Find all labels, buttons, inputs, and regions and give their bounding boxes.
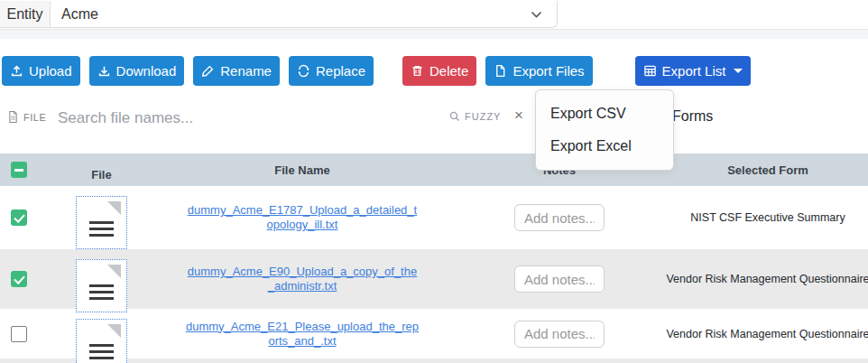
next-row-edge [0, 358, 868, 363]
entity-select-group: Entity Acme [0, 1, 558, 28]
notes-input[interactable] [514, 321, 605, 348]
export-files-button[interactable]: Export Files [485, 56, 592, 86]
fuzzy-label: FUZZY [465, 111, 501, 122]
export-list-label: Export List [662, 63, 726, 79]
replace-label: Replace [316, 63, 365, 79]
menu-item-export-excel[interactable]: Export Excel [536, 130, 673, 163]
header-file: File [91, 168, 111, 182]
chevron-down-icon [531, 11, 542, 19]
topbar-divider [0, 29, 868, 39]
replace-button[interactable]: Replace [289, 56, 374, 86]
search-input[interactable] [56, 101, 439, 135]
row-checkbox[interactable] [11, 209, 27, 226]
export-list-menu: Export CSV Export Excel [535, 89, 674, 171]
row-checkbox[interactable] [11, 271, 27, 287]
top-bar: Entity Acme Files Rep [0, 0, 868, 29]
file-thumbnail-icon[interactable] [76, 259, 127, 312]
search-icon [448, 110, 461, 123]
upload-icon [10, 64, 23, 78]
file-search-bar: FILE FUZZY × Forms [0, 101, 868, 134]
notes-input[interactable] [514, 265, 605, 293]
selected-form-value: Vendor Risk Management Questionnaire [666, 328, 868, 340]
delete-label: Delete [429, 63, 468, 79]
table-row: dummy_Acme_E1787_Upload_a_detailed_topol… [0, 186, 868, 249]
file-name-link[interactable]: dummy_Acme_E90_Upload_a_copy_of_the_admi… [185, 265, 420, 293]
table-icon [643, 64, 657, 78]
file-manager-page: Entity Acme Files Rep Upload Download Re… [0, 0, 868, 363]
pencil-icon [201, 64, 215, 78]
row-checkbox[interactable] [11, 326, 27, 342]
select-all-checkbox[interactable] [11, 162, 27, 178]
folded-corner [107, 265, 121, 278]
export-list-button[interactable]: Export List [635, 56, 752, 86]
delete-button[interactable]: Delete [402, 56, 476, 86]
file-thumbnail-icon[interactable] [76, 319, 127, 363]
header-file-name: File Name [274, 163, 329, 177]
table-row: dummy_Acme_E21_Please_upload_the_reports… [0, 309, 868, 358]
download-icon [97, 64, 111, 78]
download-label: Download [116, 63, 177, 79]
table-row: dummy_Acme_E90_Upload_a_copy_of_the_admi… [0, 249, 868, 309]
toolbar: Upload Download Rename Replace Delete Ex… [2, 56, 760, 86]
clear-search-icon[interactable]: × [514, 107, 523, 125]
table-body: dummy_Acme_E1787_Upload_a_detailed_topol… [0, 186, 868, 363]
folded-corner [107, 324, 121, 338]
entity-select-value: Acme [61, 6, 98, 23]
upload-label: Upload [29, 63, 72, 79]
download-button[interactable]: Download [89, 56, 185, 86]
menu-item-export-csv[interactable]: Export CSV [536, 98, 673, 130]
export-files-label: Export Files [512, 63, 584, 79]
file-text-icon [7, 110, 19, 124]
rename-label: Rename [220, 63, 272, 79]
file-thumbnail-icon[interactable] [76, 196, 127, 249]
file-name-link[interactable]: dummy_Acme_E21_Please_upload_the_reports… [185, 320, 420, 349]
file-icon [494, 64, 507, 78]
refresh-icon [297, 64, 310, 78]
entity-select[interactable]: Acme [51, 1, 557, 27]
fuzzy-mode-toggle[interactable]: FUZZY [448, 110, 501, 123]
table-header: File File Name Notes Selected Form [0, 154, 868, 186]
trash-icon [411, 64, 424, 78]
file-name-link[interactable]: dummy_Acme_E1787_Upload_a_detailed_topol… [185, 203, 420, 232]
rename-button[interactable]: Rename [193, 56, 280, 86]
selected-form-value: Vendor Risk Management Questionnaire [666, 273, 868, 285]
notes-input[interactable] [514, 204, 605, 231]
search-scope-label: FILE [23, 112, 46, 123]
caret-down-icon [734, 69, 743, 73]
upload-button[interactable]: Upload [2, 56, 80, 86]
selected-form-value: NIST CSF Executive Summary [690, 211, 845, 224]
tab-forms[interactable]: Forms [672, 108, 713, 125]
folded-corner [107, 201, 121, 215]
entity-label: Entity [0, 1, 51, 27]
header-selected-form: Selected Form [727, 163, 808, 177]
